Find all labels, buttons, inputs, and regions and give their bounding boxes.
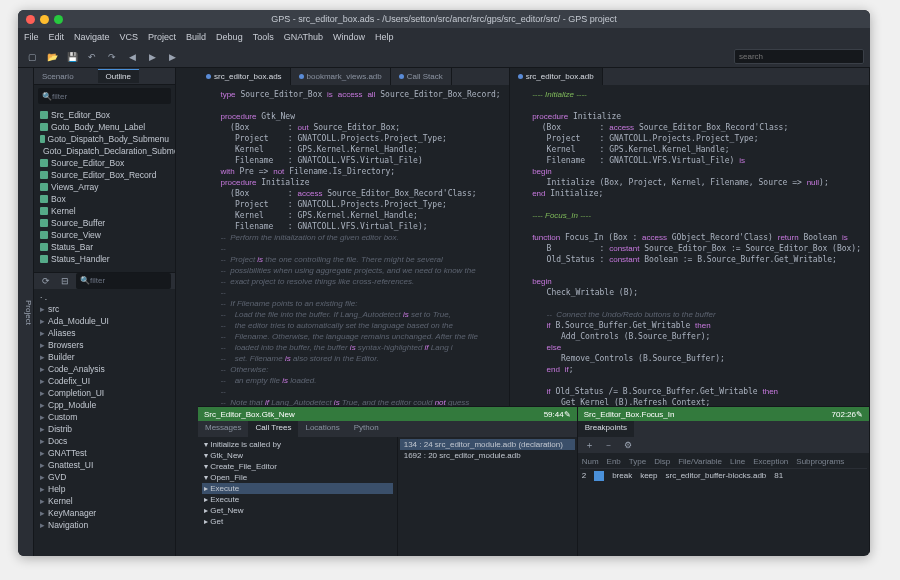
bp-add-icon[interactable]: ＋ <box>582 437 598 453</box>
project-item[interactable]: ▸ Gnattest_UI <box>34 459 175 471</box>
project-item[interactable]: ▸ Docs <box>34 435 175 447</box>
project-item[interactable]: ▸ KeyManager <box>34 507 175 519</box>
bp-row[interactable]: 2 break keep src_editor_buffer-blocks.ad… <box>580 469 867 483</box>
editor-left-code[interactable]: type Source_Editor_Box is access all Sou… <box>198 85 509 406</box>
project-item[interactable]: ▸ Ada_Module_UI <box>34 315 175 327</box>
calltree-item[interactable]: ▾ Create_File_Editor <box>202 461 393 472</box>
outline-item[interactable]: Source_Editor_Box <box>34 157 175 169</box>
undo-icon[interactable]: ↶ <box>84 49 100 65</box>
bottom-tab[interactable]: Python <box>347 421 386 437</box>
bp-header: Src_Editor_Box.Focus_In <box>584 410 675 419</box>
bp-settings-icon[interactable]: ⚙ <box>620 437 636 453</box>
project-side-tab[interactable]: Project <box>18 68 34 556</box>
editor-right: src_editor_box.adb ---- Initialize ---- … <box>510 68 870 406</box>
calltree: ▾ Initialize is called by ▾ Gtk_New ▾ Cr… <box>198 437 397 556</box>
menu-project[interactable]: Project <box>148 32 176 42</box>
forward-icon[interactable]: ▶ <box>144 49 160 65</box>
tab-blank[interactable] <box>82 74 98 78</box>
center: src_editor_box.adsbookmark_views.adbCall… <box>198 68 870 556</box>
project-item[interactable]: ▸ Distrib <box>34 423 175 435</box>
editor-right-code[interactable]: ---- Initialize ---- procedure Initializ… <box>510 85 869 406</box>
tab-scenario[interactable]: Scenario <box>34 70 82 83</box>
pencil-icon[interactable]: ✎ <box>564 410 571 419</box>
project-item[interactable]: ▸ Completion_UI <box>34 387 175 399</box>
project-item[interactable]: ▸ Custom <box>34 411 175 423</box>
outline-item[interactable]: Source_View <box>34 229 175 241</box>
project-item[interactable]: · . <box>34 291 175 303</box>
calltree-header: Src_Editor_Box.Gtk_New <box>204 410 295 419</box>
editor-tab[interactable]: src_editor_box.ads <box>198 68 291 85</box>
outline-item[interactable]: Status_Bar <box>34 241 175 253</box>
menu-file[interactable]: File <box>24 32 39 42</box>
bottom-tab[interactable]: Messages <box>198 421 248 437</box>
project-item[interactable]: ▸ GVD <box>34 471 175 483</box>
menu-navigate[interactable]: Navigate <box>74 32 110 42</box>
calltree-item[interactable]: ▾ Open_File <box>202 472 393 483</box>
project-item[interactable]: ▸ Navigation <box>34 519 175 531</box>
redo-icon[interactable]: ↷ <box>104 49 120 65</box>
editor-tab[interactable]: Call Stack <box>391 68 452 85</box>
outline-item[interactable]: Kernel <box>34 205 175 217</box>
outline-item[interactable]: Status_Handler <box>34 253 175 265</box>
checkbox-icon[interactable] <box>594 471 604 481</box>
pencil-icon[interactable]: ✎ <box>856 410 863 419</box>
editor-tab[interactable]: bookmark_views.adb <box>291 68 391 85</box>
back-icon[interactable]: ◀ <box>124 49 140 65</box>
location-item[interactable]: 134 : 24 src_editor_module.adb (declarat… <box>400 439 575 450</box>
project-item[interactable]: ▸ Cpp_Module <box>34 399 175 411</box>
calltree-pos: 59:44 <box>544 410 564 419</box>
bottom-tab[interactable]: Call Trees <box>248 421 298 437</box>
bottom-tab[interactable]: Locations <box>298 421 346 437</box>
menu-window[interactable]: Window <box>333 32 365 42</box>
project-item[interactable]: ▸ Code_Analysis <box>34 363 175 375</box>
save-icon[interactable]: 💾 <box>64 49 80 65</box>
toolbar: ▢ 📂 💾 ↶ ↷ ◀ ▶ ▶ <box>18 46 870 68</box>
calltree-item[interactable]: ▸ Get_New <box>202 505 393 516</box>
collapse-icon[interactable]: ⊟ <box>57 273 73 289</box>
open-icon[interactable]: 📂 <box>44 49 60 65</box>
debug-icon[interactable]: ▶ <box>164 49 180 65</box>
project-filter[interactable]: 🔍 filter <box>76 273 171 289</box>
project-tree: · .▸ src▸ Ada_Module_UI▸ Aliases▸ Browse… <box>34 289 175 556</box>
location-item[interactable]: 1692 : 20 src_editor_module.adb <box>400 450 575 461</box>
tab-breakpoints[interactable]: Breakpoints <box>578 421 634 437</box>
search-input[interactable] <box>734 49 864 64</box>
project-item[interactable]: ▸ Kernel <box>34 495 175 507</box>
menu-help[interactable]: Help <box>375 32 394 42</box>
project-item[interactable]: ▸ GNATTest <box>34 447 175 459</box>
outline-item[interactable]: Views_Array <box>34 181 175 193</box>
project-item[interactable]: ▸ Aliases <box>34 327 175 339</box>
project-item[interactable]: ▸ src <box>34 303 175 315</box>
editor-tab[interactable]: src_editor_box.adb <box>510 68 603 85</box>
menu-build[interactable]: Build <box>186 32 206 42</box>
outline-item[interactable]: Goto_Body_Menu_Label <box>34 121 175 133</box>
menu-tools[interactable]: Tools <box>253 32 274 42</box>
outline-filter[interactable]: 🔍 filter <box>38 88 171 104</box>
outline-item[interactable]: Goto_Dispatch_Body_Submenu <box>34 133 175 145</box>
calltree-item[interactable]: ▾ Gtk_New <box>202 450 393 461</box>
menu-vcs[interactable]: VCS <box>120 32 139 42</box>
menu-debug[interactable]: Debug <box>216 32 243 42</box>
calltree-item[interactable]: ▸ Execute <box>202 494 393 505</box>
bp-remove-icon[interactable]: － <box>601 437 617 453</box>
calltree-item[interactable]: ▸ Get <box>202 516 393 527</box>
bottom-panels: Src_Editor_Box.Gtk_New59:44 ✎ MessagesCa… <box>198 406 870 556</box>
project-item[interactable]: ▸ Builder <box>34 351 175 363</box>
new-file-icon[interactable]: ▢ <box>24 49 40 65</box>
outline-item[interactable]: Source_Editor_Box_Record <box>34 169 175 181</box>
project-item[interactable]: ▸ Help <box>34 483 175 495</box>
calltree-item[interactable]: ▾ Initialize is called by <box>202 439 393 450</box>
outline-item[interactable]: Source_Buffer <box>34 217 175 229</box>
tab-outline[interactable]: Outline <box>98 69 139 83</box>
editor-right-tabs: src_editor_box.adb <box>510 68 869 85</box>
refresh-icon[interactable]: ⟳ <box>38 273 54 289</box>
project-item[interactable]: ▸ Browsers <box>34 339 175 351</box>
calltree-item[interactable]: ▸ Execute <box>202 483 393 494</box>
menu-edit[interactable]: Edit <box>49 32 65 42</box>
project-item[interactable]: ▸ Codefix_UI <box>34 375 175 387</box>
outline-item[interactable]: Src_Editor_Box <box>34 109 175 121</box>
bp-pos: 702:26 <box>832 410 856 419</box>
outline-item[interactable]: Goto_Dispatch_Declaration_Submenu <box>34 145 175 157</box>
menu-gnathub[interactable]: GNAThub <box>284 32 323 42</box>
outline-item[interactable]: Box <box>34 193 175 205</box>
